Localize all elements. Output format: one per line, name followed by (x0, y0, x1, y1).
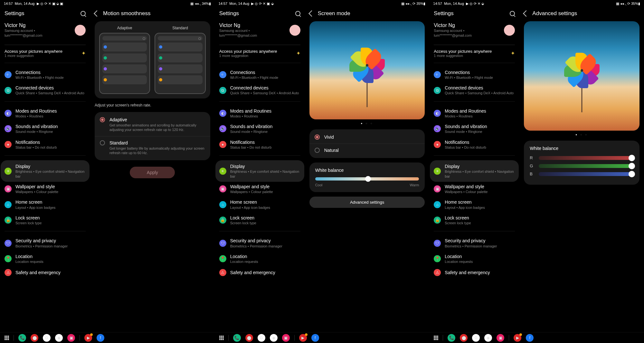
radio-standard[interactable]: StandardGet longer battery life by autom… (95, 136, 210, 159)
chrome-icon[interactable]: ◉ (55, 334, 63, 342)
facebook-icon[interactable]: f (526, 334, 534, 342)
radio-vivid[interactable]: Vivid (309, 131, 425, 144)
item-display[interactable]: ☀DisplayBrightness • Eye comfort shield … (1, 160, 90, 182)
item-safety[interactable]: ⚠Safety and emergency (5, 267, 86, 279)
item-sounds[interactable]: 🔊Sounds and vibrationSound mode • Ringto… (219, 122, 300, 137)
item-connected-devices[interactable]: ⧉Connected devicesQuick Share • Samsung … (434, 83, 515, 98)
item-modes[interactable]: ◐Modes and RoutinesModes • Routines (219, 106, 300, 122)
rgb-white-balance-card: White balance R G B (524, 141, 639, 185)
item-display[interactable]: ☀DisplayBrightness • Eye comfort shield … (430, 160, 519, 182)
item-connected-devices[interactable]: ⧉Connected devicesQuick Share • Samsung … (219, 83, 300, 98)
color-preview-image (524, 21, 639, 131)
account-block[interactable]: Victor NgSamsung account •lum*********@g… (434, 23, 515, 38)
bell-icon: ● (5, 141, 12, 148)
apps-icon[interactable] (434, 336, 438, 340)
red-slider[interactable] (539, 156, 634, 160)
item-safety[interactable]: ⚠Safety and emergency (434, 267, 515, 279)
chrome-icon[interactable]: ◉ (270, 334, 278, 342)
lock-icon: 🔒 (5, 217, 12, 224)
item-home[interactable]: ⌂Home screenLayout • App icon badges (219, 197, 300, 213)
search-icon[interactable] (510, 11, 515, 16)
account-block[interactable]: Victor NgSamsung account •lum*********@g… (219, 23, 300, 38)
google-icon[interactable]: G (43, 334, 51, 342)
suggestion-card[interactable]: Access your pictures anywhere1 more sugg… (219, 49, 300, 58)
avatar[interactable] (289, 25, 300, 36)
item-notifications[interactable]: ●NotificationsStatus bar • Do not distur… (219, 137, 300, 153)
white-balance-card: White balance CoolWarm (309, 162, 425, 192)
item-wallpaper[interactable]: ▣Wallpaper and styleWallpapers • Colour … (434, 182, 515, 197)
item-lock[interactable]: 🔒Lock screenScreen lock type (219, 213, 300, 228)
item-home[interactable]: ⌂Home screenLayout • App icon badges (434, 197, 515, 213)
green-slider[interactable] (539, 164, 634, 168)
item-connections[interactable]: ᯤConnectionsWi-Fi • Bluetooth • Flight m… (5, 68, 86, 83)
avatar[interactable] (75, 25, 86, 36)
item-sounds[interactable]: 🔊Sounds and vibrationSound mode • Ringto… (5, 122, 86, 137)
item-notifications[interactable]: ●NotificationsStatus bar • Do not distur… (434, 137, 515, 153)
radio-natural[interactable]: Natural (309, 144, 425, 157)
item-connections[interactable]: ᯤConnectionsWi-Fi • Bluetooth • Flight m… (434, 68, 515, 83)
recorder-icon[interactable]: ⬤ (31, 334, 38, 342)
item-display[interactable]: ☀DisplayBrightness • Eye comfort shield … (215, 160, 304, 182)
shield-icon: 🛡 (5, 240, 12, 247)
chrome-icon[interactable]: ◉ (484, 334, 492, 342)
search-icon[interactable] (295, 11, 300, 16)
item-modes[interactable]: ◐Modes and RoutinesModes • Routines (434, 106, 515, 122)
detail-title: Advanced settings (532, 10, 577, 17)
item-safety[interactable]: ⚠Safety and emergency (219, 267, 300, 279)
item-connected-devices[interactable]: ⧉Connected devicesQuick Share • Samsung … (5, 83, 86, 98)
taskbar[interactable]: 📞 ⬤ G ◉ ▣ ▶ f (429, 332, 644, 343)
avatar[interactable] (504, 25, 515, 36)
youtube-icon[interactable]: ▶ (514, 334, 521, 342)
taskbar[interactable]: 📞 ⬤ G ◉ ▣ ▶ f (215, 332, 430, 343)
recorder-icon[interactable]: ⬤ (245, 334, 253, 342)
advanced-settings-button[interactable]: Advanced settings (309, 197, 425, 208)
back-icon[interactable] (523, 10, 529, 17)
item-security[interactable]: 🛡Security and privacyBiometrics • Permis… (5, 236, 86, 251)
apply-button[interactable]: Apply (130, 167, 175, 178)
phone-icon[interactable]: 📞 (233, 334, 241, 342)
item-modes[interactable]: ◐Modes and RoutinesModes • Routines (5, 106, 86, 122)
item-location[interactable]: 📍LocationLocation requests (434, 252, 515, 267)
suggestion-card[interactable]: Access your pictures anywhere1 more sugg… (5, 49, 86, 58)
google-icon[interactable]: G (258, 334, 265, 342)
back-icon[interactable] (94, 10, 100, 17)
item-location[interactable]: 📍LocationLocation requests (219, 252, 300, 267)
phone-icon[interactable]: 📞 (18, 334, 26, 342)
item-wallpaper[interactable]: ▣Wallpaper and styleWallpapers • Colour … (5, 182, 86, 197)
back-icon[interactable] (308, 10, 315, 17)
radio-adaptive[interactable]: AdaptiveGet smoother animations and scro… (95, 113, 210, 136)
color-preview-image (309, 21, 425, 119)
youtube-icon[interactable]: ▶ (299, 334, 307, 342)
item-lock[interactable]: 🔒Lock screenScreen lock type (5, 213, 86, 228)
item-connections[interactable]: ᯤConnectionsWi-Fi • Bluetooth • Flight m… (219, 68, 300, 83)
instagram-icon[interactable]: ▣ (497, 334, 504, 342)
status-bar: 14:57 Mon, 14 Aug ▶ ◎ ⟳ ✕ ▣ ⬙ ▦ ◂◂ ◟ ⟳ 3… (215, 0, 430, 7)
apps-icon[interactable] (5, 336, 9, 340)
page-indicator[interactable]: ● ○ ○ (309, 122, 425, 125)
instagram-icon[interactable]: ▣ (282, 334, 290, 342)
taskbar[interactable]: 📞 ⬤ G ◉ ▣ ▶ f (0, 332, 215, 343)
apps-icon[interactable] (219, 336, 224, 340)
suggestion-card[interactable]: Access your pictures anywhere1 more sugg… (434, 49, 515, 58)
facebook-icon[interactable]: f (311, 334, 319, 342)
item-location[interactable]: 📍LocationLocation requests (5, 252, 86, 267)
blue-slider[interactable] (539, 172, 634, 176)
item-wallpaper[interactable]: ▣Wallpaper and styleWallpapers • Colour … (219, 182, 300, 197)
page-indicator[interactable]: ● ○ ○ (524, 133, 639, 136)
instagram-icon[interactable]: ▣ (67, 334, 75, 342)
item-home[interactable]: ⌂Home screenLayout • App icon badges (5, 197, 86, 213)
item-security[interactable]: 🛡Security and privacyBiometrics • Permis… (219, 236, 300, 251)
google-icon[interactable]: G (472, 334, 480, 342)
radio-icon (315, 134, 320, 140)
search-icon[interactable] (80, 11, 86, 16)
item-notifications[interactable]: ●NotificationsStatus bar • Do not distur… (5, 137, 86, 153)
item-sounds[interactable]: 🔊Sounds and vibrationSound mode • Ringto… (434, 122, 515, 137)
account-block[interactable]: Victor NgSamsung account •lum*********@g… (5, 23, 86, 38)
item-lock[interactable]: 🔒Lock screenScreen lock type (434, 213, 515, 228)
phone-icon[interactable]: 📞 (448, 334, 455, 342)
facebook-icon[interactable]: f (97, 334, 104, 342)
item-security[interactable]: 🛡Security and privacyBiometrics • Permis… (434, 236, 515, 251)
recorder-icon[interactable]: ⬤ (460, 334, 468, 342)
youtube-icon[interactable]: ▶ (84, 334, 92, 342)
white-balance-slider[interactable] (315, 177, 419, 181)
